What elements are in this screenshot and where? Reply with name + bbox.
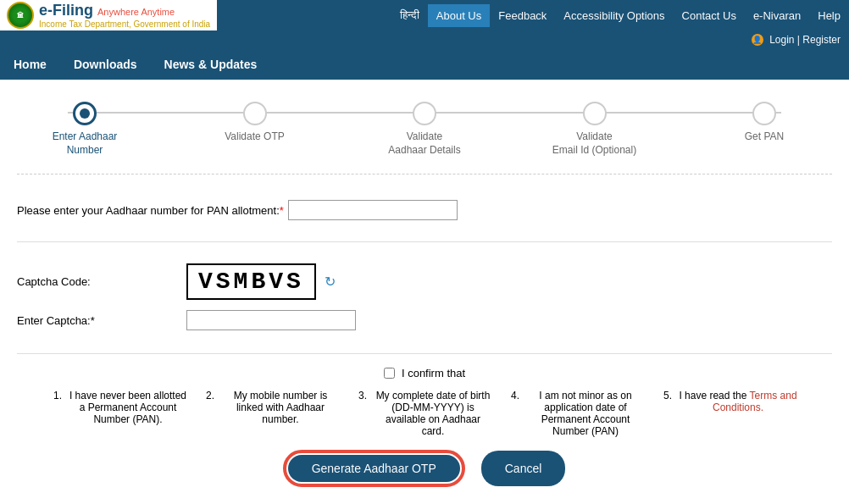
step-1: Enter AadhaarNumber xyxy=(34,102,136,157)
nav-accessibility[interactable]: Accessibility Options xyxy=(555,4,673,27)
nav-home[interactable]: Home xyxy=(0,51,60,78)
confirm-item-5: 5. I have read the Terms and Conditions. xyxy=(662,390,797,437)
captcha-section: Captcha Code: VSMBVS ↻ Enter Captcha:* xyxy=(17,255,832,354)
confirm-item-1: 1. I have never been allotted a Permanen… xyxy=(52,390,187,437)
nav-help[interactable]: Help xyxy=(809,4,849,27)
confirm-text-3: My complete date of birth (DD-MM-YYYY) i… xyxy=(374,390,492,437)
step-3: ValidateAadhaar Details xyxy=(374,102,475,157)
confirm-text-1: I have never been allotted a Permanent A… xyxy=(69,390,187,425)
nav-downloads[interactable]: Downloads xyxy=(60,51,151,78)
generate-otp-button[interactable]: Generate Aadhaar OTP xyxy=(288,455,460,482)
step-3-circle xyxy=(413,102,436,125)
main-navigation: Home Downloads News & Updates xyxy=(0,49,849,80)
step-5-label: Get PAN xyxy=(745,130,784,144)
confirm-item-2: 2. My mobile number is linked with Aadha… xyxy=(204,390,340,437)
step-1-label: Enter AadhaarNumber xyxy=(53,130,118,157)
captcha-display-row: Captcha Code: VSMBVS ↻ xyxy=(17,263,832,300)
logo-area: 🏛 e-Filing Anywhere Anytime Income Tax D… xyxy=(0,0,217,30)
action-buttons: Generate Aadhaar OTP Cancel xyxy=(17,451,832,486)
person-icon: 👤 xyxy=(752,34,763,46)
nav-e-nivaran[interactable]: e-Nivaran xyxy=(745,4,809,27)
step-5: Get PAN xyxy=(713,102,815,144)
nav-feedback[interactable]: Feedback xyxy=(490,4,555,27)
confirm-checkbox[interactable] xyxy=(384,368,395,379)
aadhaar-row: Please enter your Aadhaar number for PAN… xyxy=(17,200,832,220)
department-label: Income Tax Department, Government of Ind… xyxy=(39,19,210,29)
step-2-circle xyxy=(243,102,267,125)
step-2: Validate OTP xyxy=(204,102,306,144)
captcha-required: * xyxy=(91,314,95,327)
enter-captcha-label: Enter Captcha:* xyxy=(17,314,186,327)
login-link[interactable]: Login xyxy=(769,34,794,46)
confirm-section: I confirm that 1. I have never been allo… xyxy=(17,367,832,437)
progress-stepper: Enter AadhaarNumber Validate OTP Validat… xyxy=(17,93,832,174)
confirm-text-5: I have read the Terms and Conditions. xyxy=(679,390,797,413)
captcha-label: Captcha Code: xyxy=(17,275,186,288)
nav-contact-us[interactable]: Contact Us xyxy=(674,4,745,27)
cancel-button[interactable]: Cancel xyxy=(481,451,566,486)
hindi-button[interactable]: हिन्दी xyxy=(391,5,428,25)
captcha-image-area: VSMBVS ↻ xyxy=(186,263,340,300)
checkbox-row: I confirm that xyxy=(17,367,832,379)
aadhaar-section: Please enter your Aadhaar number for PAN… xyxy=(17,191,832,242)
terms-link[interactable]: Terms and Conditions. xyxy=(713,390,797,413)
confirm-num-2: 2. xyxy=(204,390,216,402)
login-register-area: 👤 Login | Register xyxy=(752,34,841,47)
confirm-text-2: My mobile number is linked with Aadhaar … xyxy=(221,390,340,425)
confirm-num-4: 4. xyxy=(509,390,521,402)
step-2-label: Validate OTP xyxy=(225,130,284,144)
confirm-text-4: I am not minor as on application date of… xyxy=(526,390,645,437)
register-link[interactable]: Register xyxy=(802,34,841,46)
main-content: Enter AadhaarNumber Validate OTP Validat… xyxy=(0,80,849,500)
aadhaar-input[interactable] xyxy=(288,200,458,220)
captcha-input[interactable] xyxy=(186,310,356,330)
logo-text: e-Filing Anywhere Anytime Income Tax Dep… xyxy=(39,2,210,29)
emblem-icon: 🏛 xyxy=(7,2,34,29)
confirm-item-4: 4. I am not minor as on application date… xyxy=(509,390,645,437)
step-3-label: ValidateAadhaar Details xyxy=(388,130,460,157)
confirm-label: I confirm that xyxy=(402,367,465,379)
nav-about-us[interactable]: About Us xyxy=(428,4,490,27)
aadhaar-label: Please enter your Aadhaar number for PAN… xyxy=(17,204,288,217)
captcha-input-row: Enter Captcha:* xyxy=(17,310,832,330)
step-1-circle xyxy=(73,102,97,125)
captcha-image: VSMBVS xyxy=(186,263,316,300)
step-4-circle xyxy=(583,102,607,125)
aadhaar-required: * xyxy=(280,204,284,217)
top-navigation: 🏛 e-Filing Anywhere Anytime Income Tax D… xyxy=(0,0,849,30)
sub-header: 👤 Login | Register xyxy=(0,30,849,49)
confirm-list: 1. I have never been allotted a Permanen… xyxy=(17,390,832,437)
refresh-icon[interactable]: ↻ xyxy=(321,273,340,291)
top-nav-links: हिन्दी About Us Feedback Accessibility O… xyxy=(391,4,849,27)
step-4: ValidateEmail Id (Optional) xyxy=(544,102,646,157)
step-5-circle xyxy=(752,102,776,125)
step-4-label: ValidateEmail Id (Optional) xyxy=(552,130,636,157)
confirm-num-1: 1. xyxy=(52,390,64,402)
confirm-item-3: 3. My complete date of birth (DD-MM-YYYY… xyxy=(357,390,492,437)
generate-button-wrapper: Generate Aadhaar OTP xyxy=(284,451,464,486)
efiling-brand: e-Filing Anywhere Anytime xyxy=(39,2,175,19)
auth-separator: | xyxy=(797,34,800,46)
confirm-num-3: 3. xyxy=(357,390,369,402)
nav-news-updates[interactable]: News & Updates xyxy=(151,51,271,78)
confirm-num-5: 5. xyxy=(662,390,674,402)
